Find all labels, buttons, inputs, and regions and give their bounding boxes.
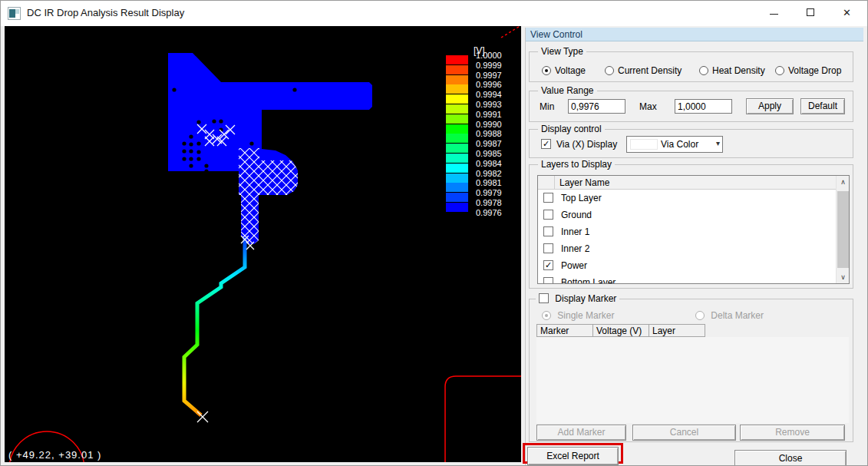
cursor-coordinates: ( +49.22, +39.01 ): [8, 449, 101, 461]
power-plane-shape: [168, 53, 372, 244]
colorbar-tick-label: 0.9982: [476, 169, 517, 178]
delta-marker-option[interactable]: Delta Marker: [695, 310, 764, 321]
radio-icon[interactable]: [605, 66, 614, 75]
colorbar-swatch: [446, 104, 468, 114]
layer-label: Inner 1: [561, 226, 589, 237]
colorbar-swatch: [446, 203, 468, 212]
layers-legend: Layers to Display: [538, 159, 615, 170]
excel-report-button[interactable]: Excel Report: [527, 447, 619, 465]
radio-icon[interactable]: [775, 66, 784, 75]
colorbar-swatch: [446, 144, 468, 153]
layer-list-header: Layer Name: [538, 176, 837, 190]
colorbar-tick-label: 0.9997: [476, 71, 517, 80]
layer-row-inner-1[interactable]: Inner 1: [538, 223, 837, 240]
cancel-button[interactable]: Cancel: [632, 425, 736, 441]
single-marker-radio[interactable]: [542, 311, 551, 320]
colorbar-tick-label: 0.9978: [476, 198, 517, 207]
max-label: Max: [639, 101, 657, 112]
delta-marker-radio[interactable]: [695, 311, 705, 320]
excel-report-highlight: Excel Report: [523, 443, 623, 464]
view-type-option-voltage[interactable]: Voltage: [542, 65, 586, 76]
view-control-panel: View Control View Type VoltageCurrent De…: [525, 28, 863, 466]
max-input[interactable]: [675, 99, 732, 114]
view-type-group: View Type VoltageCurrent DensityHeat Den…: [529, 51, 853, 82]
colorbar-tick-label: 0.9985: [476, 149, 517, 158]
remove-button[interactable]: Remove: [740, 425, 845, 441]
value-range-group: Value Range Min Max Apply Default: [529, 91, 853, 122]
colorbar-swatch: [446, 164, 468, 173]
minimize-button[interactable]: [756, 1, 792, 25]
layer-name-column-header: Layer Name: [559, 177, 609, 188]
layer-checkbox[interactable]: [543, 243, 553, 253]
maximize-icon: [807, 8, 814, 16]
colorbar-tick-label: 0.9994: [476, 90, 517, 99]
colorbar-swatch: [446, 65, 468, 74]
colorbar: [V] 1.00000.99990.99970.99960.99940.9993…: [442, 45, 519, 221]
layer-checkbox[interactable]: [543, 277, 553, 284]
colorbar-tick-label: 1.0000: [476, 51, 517, 60]
view-type-option-heat-density[interactable]: Heat Density: [699, 65, 765, 76]
radio-icon[interactable]: [699, 66, 708, 75]
colorbar-swatch: [446, 154, 468, 163]
window-title: DC IR Drop Analysis Result Display: [27, 7, 184, 18]
single-marker-option[interactable]: Single Marker: [542, 310, 614, 321]
colorbar-swatch: [446, 84, 468, 94]
display-control-legend: Display control: [538, 124, 605, 134]
display-marker-checkbox[interactable]: [539, 293, 549, 303]
layer-label: Top Layer: [561, 193, 602, 203]
value-range-legend: Value Range: [538, 85, 597, 96]
via-display-label: Via (X) Display: [556, 139, 617, 150]
close-button[interactable]: Close: [734, 450, 847, 466]
close-window-button[interactable]: ✕: [829, 1, 865, 25]
layer-label: Bottom Layer: [561, 277, 616, 284]
analysis-canvas[interactable]: [V] 1.00000.99990.99970.99960.99940.9993…: [5, 26, 521, 462]
layer-column-header: Layer: [649, 324, 705, 337]
colorbar-swatch: [446, 75, 468, 84]
add-marker-button[interactable]: Add Marker: [536, 425, 626, 441]
colorbar-tick-label: 0.9991: [476, 110, 517, 119]
via-color-swatch: [630, 139, 658, 150]
view-type-option-current-density[interactable]: Current Density: [605, 65, 682, 76]
layer-list: Layer Name Top LayerGroundInner 1Inner 2…: [537, 175, 850, 284]
colorbar-swatch: [446, 183, 468, 192]
view-type-legend: View Type: [538, 46, 586, 57]
radio-label: Heat Density: [712, 65, 765, 76]
colorbar-swatch: [446, 114, 468, 124]
layer-checkbox[interactable]: ✓: [543, 260, 553, 270]
layer-label: Inner 2: [561, 243, 589, 254]
layer-checkbox[interactable]: [543, 210, 553, 220]
colorbar-swatch: [446, 124, 468, 134]
via-hatch-field: [239, 148, 299, 243]
display-control-group: Display control ✓ Via (X) Display Via Co…: [529, 129, 853, 158]
default-button[interactable]: Default: [800, 98, 845, 114]
layer-checkbox[interactable]: [543, 193, 553, 203]
dropdown-arrow-icon: ▾: [716, 139, 720, 147]
min-input[interactable]: [568, 99, 625, 114]
colorbar-tick-label: 0.9988: [476, 129, 517, 138]
layer-list-scrollbar[interactable]: ∧ ∨: [836, 176, 849, 283]
colorbar-tick-label: 0.9987: [476, 139, 517, 148]
layer-row-inner-2[interactable]: Inner 2: [538, 240, 837, 257]
apply-button[interactable]: Apply: [746, 98, 794, 114]
app-icon: [8, 7, 21, 20]
layer-checkbox[interactable]: [543, 226, 553, 236]
scrollbar-thumb[interactable]: [837, 191, 849, 268]
scroll-up-icon[interactable]: ∧: [837, 176, 850, 188]
minimize-icon: [770, 14, 778, 15]
colorbar-swatch: [446, 193, 468, 202]
radio-icon[interactable]: [542, 66, 551, 75]
scroll-down-icon[interactable]: ∨: [837, 271, 850, 283]
colorbar-tick-label: 0.9976: [476, 208, 517, 217]
layer-list-header-blank: [538, 176, 555, 190]
view-type-option-voltage-drop[interactable]: Voltage Drop: [775, 65, 841, 76]
maximize-button[interactable]: [792, 1, 828, 25]
layer-row-bottom-layer[interactable]: Bottom Layer: [538, 274, 837, 284]
layer-row-power[interactable]: ✓Power: [538, 257, 837, 274]
layer-row-top-layer[interactable]: Top Layer: [538, 190, 837, 207]
layer-label: Ground: [561, 210, 592, 220]
via-display-checkbox[interactable]: ✓: [541, 139, 551, 149]
via-color-dropdown[interactable]: Via Color ▾: [626, 136, 723, 153]
colorbar-tick-label: 0.9984: [476, 159, 517, 168]
layers-group: Layers to Display Layer Name Top LayerGr…: [529, 164, 853, 289]
layer-row-ground[interactable]: Ground: [538, 207, 837, 223]
